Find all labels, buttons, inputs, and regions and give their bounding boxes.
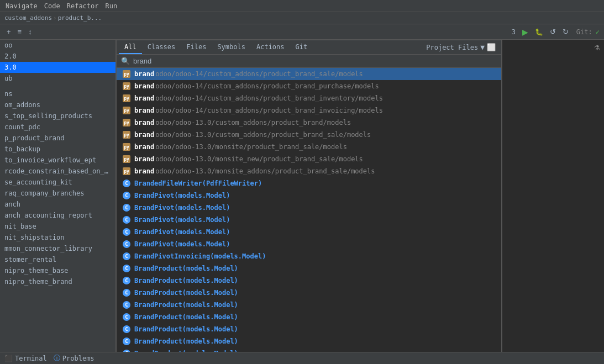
file-icon: py <box>122 106 131 115</box>
problems-icon: ⓘ <box>54 354 60 363</box>
breadcrumb-bar: custom_addons › product_b... <box>0 12 604 24</box>
menu-run[interactable]: Run <box>102 1 121 11</box>
bottom-bar: ⬛ Terminal ⓘ Problems <box>0 352 604 364</box>
sidebar-item-invoice-workflow[interactable]: to_invoice_workflow_ept <box>0 155 115 166</box>
result-item[interactable]: py brand odoo/odoo-13.0/monsite_new/prod… <box>117 153 501 165</box>
match-text: brand <box>134 155 154 163</box>
class-icon: C <box>122 337 131 346</box>
result-item[interactable]: C BrandPivot(models.Model) <box>117 189 501 202</box>
toolbar-list-btn[interactable]: ≡ <box>15 27 24 37</box>
sidebar-item-rental[interactable]: stomer_rental <box>0 254 115 265</box>
sidebar-item-oo[interactable]: oo <box>0 40 115 51</box>
sidebar: oo 2.0 3.0 ub ns om_addons s_top_selling… <box>0 40 116 352</box>
sidebar-item-30[interactable]: 3.0 <box>0 62 115 73</box>
terminal-label: Terminal <box>15 355 47 362</box>
result-item[interactable]: C BrandPivot(models.Model) <box>117 214 501 226</box>
sidebar-item-anch[interactable]: anch <box>0 199 115 210</box>
result-path: odoo/odoo-13.0/monsite_addons/product_br… <box>155 167 375 175</box>
result-path: odoo/odoo-14/custom_addons/product_brand… <box>155 94 383 102</box>
result-item[interactable]: py brand odoo/odoo-14/custom_addons/prod… <box>117 68 501 80</box>
sidebar-item-product-brand[interactable]: p_product_brand <box>0 133 115 144</box>
toolbar-sort-btn[interactable]: ↕ <box>26 27 34 37</box>
results-list: py brand odoo/odoo-14/custom_addons/prod… <box>117 68 501 352</box>
problems-btn[interactable]: ⓘ Problems <box>54 354 94 363</box>
sidebar-item-om-addons[interactable]: om_addons <box>0 99 115 110</box>
sidebar-item-theme-brand[interactable]: nipro_theme_brand <box>0 276 115 287</box>
sidebar-item-shipstation[interactable]: nit_shipstation <box>0 232 115 243</box>
match-text: brand <box>134 143 154 151</box>
sidebar-item-ub[interactable]: ub <box>0 73 115 84</box>
sidebar-item-theme-base[interactable]: nipro_theme_base <box>0 265 115 276</box>
result-item[interactable]: C BrandPivotInvoicing(models.Model) <box>117 250 501 262</box>
file-icon: py <box>122 82 131 91</box>
result-item[interactable]: C BrandProduct(models.Model) <box>117 299 501 311</box>
toolbar-add-btn[interactable]: + <box>4 27 13 37</box>
sidebar-item-nit-base[interactable]: nit_base <box>0 221 115 232</box>
result-item[interactable]: C BrandPivot(models.Model) <box>117 202 501 214</box>
result-item[interactable]: C BrandProduct(models.Model) <box>117 335 501 347</box>
class-icon: C <box>122 228 131 236</box>
result-item[interactable]: C BrandProduct(models.Model) <box>117 323 501 335</box>
menu-refactor[interactable]: Refactor <box>64 1 102 11</box>
sidebar-item-count-pdc[interactable]: count_pdc <box>0 122 115 133</box>
result-item[interactable]: py brand odoo/odoo-13.0/monsite_addons/p… <box>117 165 501 177</box>
class-icon: C <box>122 300 131 309</box>
git-label: Git: <box>576 28 592 36</box>
menu-code[interactable]: Code <box>41 1 64 11</box>
search-input[interactable] <box>133 57 497 65</box>
result-item[interactable]: py brand odoo/odoo-13.0/custom_addons/pr… <box>117 129 501 141</box>
result-item[interactable]: C BrandPivot(models.Model) <box>117 226 501 238</box>
sidebar-item-20[interactable]: 2.0 <box>0 51 115 62</box>
result-item[interactable]: C BrandProduct(models.Model) <box>117 275 501 287</box>
result-item[interactable]: C BrandProduct(models.Model) <box>117 347 501 352</box>
sidebar-item-backup[interactable]: to_backup <box>0 144 115 155</box>
terminal-btn[interactable]: ⬛ Terminal <box>4 355 47 362</box>
filter-icon[interactable]: ▼ <box>480 43 485 51</box>
sidebar-item-connector[interactable]: mmon_connector_library <box>0 243 115 254</box>
run-button[interactable]: ▶ <box>520 27 531 38</box>
class-name: BrandProduct(models.Model) <box>134 301 238 309</box>
class-icon: C <box>122 203 131 212</box>
match-text: brand <box>134 82 154 90</box>
sidebar-item-barcode[interactable]: rcode_constrain_based_on_co <box>0 166 115 177</box>
result-item[interactable]: C BrandedFileWriter(PdfFileWriter) <box>117 177 501 189</box>
result-item[interactable]: C BrandProduct(models.Model) <box>117 262 501 275</box>
result-item[interactable]: C BrandProduct(models.Model) <box>117 311 501 323</box>
tab-classes[interactable]: Classes <box>142 41 181 54</box>
tab-git[interactable]: Git <box>290 41 313 54</box>
result-item[interactable]: py brand odoo/odoo-13.0/monsite/product_… <box>117 141 501 153</box>
tab-symbols[interactable]: Symbols <box>212 41 251 54</box>
breadcrumb-sep: › <box>53 14 57 22</box>
result-item[interactable]: C BrandProduct(models.Model) <box>117 287 501 299</box>
menu-bar: Navigate Code Refactor Run <box>0 0 604 12</box>
menu-navigate[interactable]: Navigate <box>2 1 41 11</box>
debug-button[interactable]: 🐛 <box>533 27 545 37</box>
sidebar-item-accounting-kit[interactable]: se_accounting_kit <box>0 177 115 188</box>
sidebar-item-top-selling[interactable]: s_top_selling_products <box>0 110 115 122</box>
class-name: BrandProduct(models.Model) <box>134 325 238 333</box>
tab-files[interactable]: Files <box>181 41 212 54</box>
class-icon: C <box>122 349 131 352</box>
expand-icon[interactable]: ⬜ <box>487 43 496 51</box>
class-icon: C <box>122 276 131 285</box>
sidebar-item-ns[interactable]: ns <box>0 88 115 99</box>
class-icon: C <box>122 313 131 321</box>
class-name: BrandProduct(models.Model) <box>134 289 238 297</box>
filter-right-icon[interactable]: ⚗ <box>594 42 600 52</box>
sidebar-item-iraq-branches[interactable]: raq_company_branches <box>0 188 115 199</box>
reload-button[interactable]: ↺ <box>548 27 558 37</box>
class-name: BrandProduct(models.Model) <box>134 350 238 352</box>
result-item[interactable]: C BrandPivot(models.Model) <box>117 238 501 250</box>
result-path: odoo/odoo-13.0/custom_addons/product_bra… <box>155 119 351 126</box>
tab-actions[interactable]: Actions <box>251 41 290 54</box>
result-item[interactable]: py brand odoo/odoo-14/custom_addons/prod… <box>117 80 501 92</box>
result-path: odoo/odoo-14/custom_addons/product_brand… <box>155 70 363 78</box>
sidebar-item-anch-report[interactable]: anch_accounting_report <box>0 210 115 221</box>
result-item[interactable]: py brand odoo/odoo-13.0/custom_addons/pr… <box>117 117 501 129</box>
result-item[interactable]: py brand odoo/odoo-14/custom_addons/prod… <box>117 104 501 117</box>
rerun-button[interactable]: ↻ <box>560 27 571 37</box>
tab-all[interactable]: All <box>119 41 142 54</box>
class-name: BrandedFileWriter(PdfFileWriter) <box>134 180 262 187</box>
result-item[interactable]: py brand odoo/odoo-14/custom_addons/prod… <box>117 92 501 104</box>
file-icon: py <box>122 118 131 127</box>
